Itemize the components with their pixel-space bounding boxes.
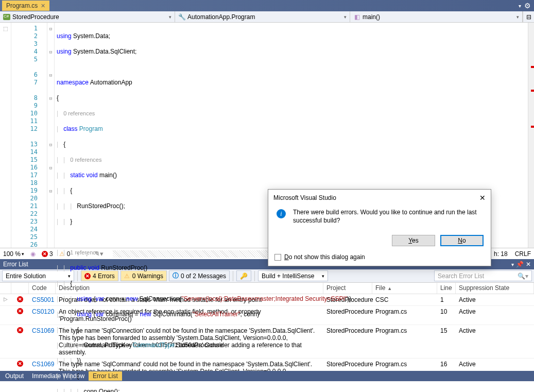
method-dropdown[interactable]: ◧ main() ▾ bbox=[350, 11, 523, 22]
class-name: AutomationApp.Program bbox=[187, 13, 255, 21]
file-tab[interactable]: Program.cs ✕ bbox=[2, 1, 49, 11]
tab-output[interactable]: Output bbox=[1, 371, 28, 381]
project-name: StoredProcedure bbox=[12, 13, 59, 21]
chevron-down-icon: ▾ bbox=[169, 14, 171, 20]
yes-button[interactable]: Yes bbox=[392, 235, 435, 246]
info-icon: i bbox=[277, 209, 286, 218]
chevron-down-icon: ▾ bbox=[344, 14, 347, 20]
split-button[interactable]: ⊟ bbox=[523, 11, 534, 22]
gear-icon[interactable]: ⚙ bbox=[524, 2, 531, 10]
chevron-down-icon: ▾ bbox=[516, 14, 519, 20]
close-icon[interactable]: ✕ bbox=[41, 3, 45, 9]
dialog-message: There were build errors. Would you like … bbox=[293, 208, 483, 225]
overview-ruler[interactable] bbox=[528, 23, 534, 248]
document-tabs: Program.cs ✕ ▾ ⚙ bbox=[0, 0, 534, 11]
tab-dropdown-icon[interactable]: ▾ bbox=[519, 3, 521, 9]
zoom-dropdown[interactable]: 100 %▾ bbox=[3, 250, 24, 258]
close-icon[interactable]: ✕ bbox=[479, 194, 486, 202]
no-button[interactable]: No bbox=[440, 235, 484, 246]
build-error-dialog: Microsoft Visual Studio ✕ i There were b… bbox=[268, 189, 491, 266]
error-list-title: Error List bbox=[3, 261, 28, 268]
file-tab-label: Program.cs bbox=[6, 2, 38, 9]
method-icon: ◧ bbox=[353, 13, 360, 21]
dont-show-label[interactable]: Do not show this dialog again bbox=[284, 253, 365, 261]
code-nav-bar: StoredProcedure ▾ 🔧 AutomationApp.Progra… bbox=[0, 11, 534, 23]
project-dropdown[interactable]: StoredProcedure ▾ bbox=[0, 11, 175, 22]
class-icon: 🔧 bbox=[178, 13, 185, 21]
line-gutter: 1 2 3 4 5 6 7 8 9 10 11 12 13 14 15 16 1… bbox=[11, 23, 47, 248]
margin-col: ⬚ bbox=[0, 23, 11, 248]
csharp-project-icon bbox=[3, 14, 10, 20]
method-name: main() bbox=[363, 13, 380, 21]
error-count[interactable]: ✕3 bbox=[42, 250, 53, 258]
info-icon[interactable]: ◉ bbox=[30, 250, 36, 258]
dialog-title: Microsoft Visual Studio bbox=[273, 194, 336, 201]
dont-show-checkbox[interactable] bbox=[274, 254, 281, 261]
class-dropdown[interactable]: 🔧 AutomationApp.Program ▾ bbox=[175, 11, 350, 22]
fold-column[interactable]: ⊟ ⊟ ⊟ ⊟ ⊟ ⊟ ⊟ bbox=[47, 23, 55, 248]
